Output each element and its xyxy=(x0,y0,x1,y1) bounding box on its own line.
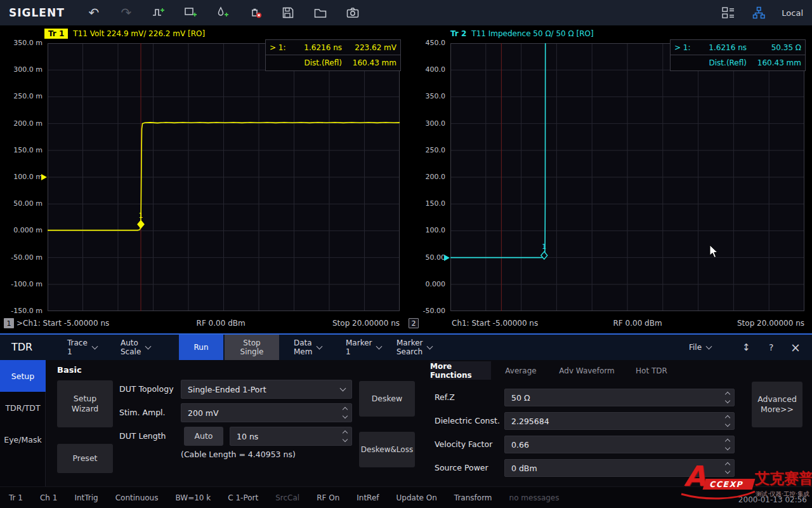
dut-topology-label: DUT Topology xyxy=(119,380,174,399)
tab-more-functions[interactable]: More Functions xyxy=(430,361,491,380)
trace1-footer: >Ch1: Start -5.00000 ns RF 0.00 dBm Stop… xyxy=(16,319,400,328)
y-axis-label: 50.00 m xyxy=(0,199,43,208)
tab-average[interactable]: Average xyxy=(496,361,546,380)
dut-length-stepper[interactable]: 10 ns xyxy=(230,427,352,446)
y-axis-label: 200.0 xyxy=(398,173,445,181)
marker-number: > 1: xyxy=(270,43,286,52)
reference-level-pointer[interactable] xyxy=(41,174,47,180)
redo-icon[interactable]: ↷ xyxy=(119,5,134,20)
close-icon[interactable]: × xyxy=(790,335,801,360)
delete-icon[interactable] xyxy=(248,5,263,20)
dielectric-const-label: Dielectric Const. xyxy=(435,411,500,431)
sidebar-item-eye-mask[interactable]: Eye/Mask xyxy=(0,424,46,455)
dut-topology-select[interactable]: Single-Ended 1-Port xyxy=(181,380,352,399)
menu-file[interactable]: File xyxy=(689,335,711,360)
trace1-title: T11 Volt 224.9 mV/ 226.2 mV [RO] xyxy=(73,29,205,38)
status-item: Update On xyxy=(396,493,437,502)
preset-button[interactable]: Preset xyxy=(57,444,113,473)
status-item: Transform xyxy=(454,493,492,502)
spinner-arrows[interactable] xyxy=(726,439,730,450)
add-trace-icon[interactable] xyxy=(151,5,166,20)
footer-rf: RF 0.00 dBm xyxy=(613,319,662,328)
y-axis-label: 450.0 xyxy=(398,39,445,47)
trace1-plot[interactable]: 1 xyxy=(48,43,400,311)
run-button[interactable]: Run xyxy=(179,335,223,360)
advanced-more-button[interactable]: AdvancedMore>> xyxy=(752,382,802,427)
network-status-icon[interactable] xyxy=(751,5,766,20)
footer-start: Ch1: Start -5.00000 ns xyxy=(452,319,538,328)
velocity-factor-label: Velocity Factor xyxy=(435,435,492,454)
tab-adv-waveform[interactable]: Adv Waveform xyxy=(553,361,620,380)
auto-button[interactable]: Auto xyxy=(184,427,223,446)
screenshot-icon[interactable] xyxy=(345,5,360,20)
menu-marker-search[interactable]: MarkerSearch xyxy=(396,335,432,360)
basic-section-title: Basic xyxy=(57,365,82,375)
sidebar-item-setup[interactable]: Setup xyxy=(0,360,46,392)
setup-wizard-button[interactable]: SetupWizard xyxy=(57,380,113,427)
local-button[interactable]: Local xyxy=(782,8,803,18)
spinner-arrows[interactable] xyxy=(343,408,347,418)
deskew-button[interactable]: Deskew xyxy=(359,381,415,417)
spinner-arrows[interactable] xyxy=(726,392,730,403)
undo-icon[interactable]: ↶ xyxy=(86,5,102,20)
y-axis-label: 150.0 m xyxy=(0,146,43,154)
footer-start: >Ch1: Start -5.00000 ns xyxy=(16,319,109,328)
dut-length-label: DUT Length xyxy=(119,427,166,446)
mouse-cursor xyxy=(709,245,721,259)
open-file-icon[interactable] xyxy=(313,5,328,20)
y-axis-label: 150.0 xyxy=(398,199,445,208)
velocity-factor-stepper[interactable]: 0.66 xyxy=(504,436,735,453)
toolbar-icon-group: ↶ ↷ xyxy=(86,5,360,20)
chevron-down-icon xyxy=(340,385,346,391)
stim-ampl-stepper[interactable]: 200 mV xyxy=(181,403,352,422)
status-item: no messages xyxy=(509,493,560,502)
source-power-label: Source Power xyxy=(435,458,488,478)
y-axis-label: 300.0 m xyxy=(0,65,43,74)
chevron-down-icon xyxy=(91,343,98,349)
svg-text:1: 1 xyxy=(138,211,143,220)
chevron-down-icon xyxy=(145,343,152,349)
sidebar-item-tdr-tdt[interactable]: TDR/TDT xyxy=(0,392,46,424)
save-icon[interactable] xyxy=(280,5,296,20)
dielectric-const-stepper[interactable]: 2.295684 xyxy=(504,412,735,430)
tab-hot-tdr[interactable]: Hot TDR xyxy=(627,361,676,380)
display-settings-icon[interactable] xyxy=(721,5,736,20)
new-window-icon[interactable] xyxy=(183,5,199,20)
y-axis-label: -50.00 m xyxy=(0,253,43,262)
trace2-plot[interactable]: 1 xyxy=(450,43,804,311)
chevron-down-icon xyxy=(427,343,433,349)
reference-level-pointer[interactable] xyxy=(444,255,450,261)
marker-time: 1.6216 ns xyxy=(691,43,747,52)
trace1-chip[interactable]: Tr 1 xyxy=(44,29,68,39)
stop-single-button[interactable]: StopSingle xyxy=(225,335,279,360)
trace1-header: Tr 1T11 Volt 224.9 mV/ 226.2 mV [RO] xyxy=(44,29,205,38)
y-axis-label: 100.0 xyxy=(398,226,445,234)
spinner-arrows[interactable] xyxy=(726,416,730,426)
window1-badge[interactable]: 1 xyxy=(4,318,14,328)
ref-z-label: Ref.Z xyxy=(435,388,455,407)
ref-z-stepper[interactable]: 50 Ω xyxy=(504,389,735,406)
menu-marker[interactable]: Marker1 xyxy=(346,335,381,360)
y-axis-label: 350.0 xyxy=(398,92,445,100)
help-icon[interactable]: ? xyxy=(769,335,773,360)
add-marker-icon[interactable] xyxy=(216,5,231,20)
menu-bar: TDR Trace1 AutoScale Run StopSingle Data… xyxy=(0,333,812,360)
y-axis-label: 300.0 xyxy=(398,119,445,128)
y-axis-label: 100.0 m xyxy=(0,173,43,181)
logo-ribbon: CCEXP xyxy=(703,479,756,490)
menu-data-mem[interactable]: DataMem xyxy=(294,335,322,360)
status-item: RF On xyxy=(317,493,339,502)
trace2-chip[interactable]: Tr 2 xyxy=(450,29,466,38)
top-toolbar: SIGLENT ↶ ↷ xyxy=(0,0,812,25)
menu-auto-scale[interactable]: AutoScale xyxy=(121,335,150,360)
resize-menu-icon[interactable]: ↕ xyxy=(742,335,750,360)
menu-trace[interactable]: Trace1 xyxy=(67,335,97,360)
y-axis-label: 350.0 m xyxy=(0,39,43,47)
deskew-loss-button[interactable]: Deskew&Loss xyxy=(359,432,415,467)
marker-value: 223.62 mV xyxy=(342,43,396,52)
window2-badge[interactable]: 2 xyxy=(409,318,419,328)
stim-ampl-label: Stim. Ampl. xyxy=(119,403,166,422)
logo-letter-a: A xyxy=(684,461,705,491)
spinner-arrows[interactable] xyxy=(343,431,347,441)
accexp-logo: A CCEXP 艾克赛普 测试·仪器·工控·集成 xyxy=(676,461,811,507)
